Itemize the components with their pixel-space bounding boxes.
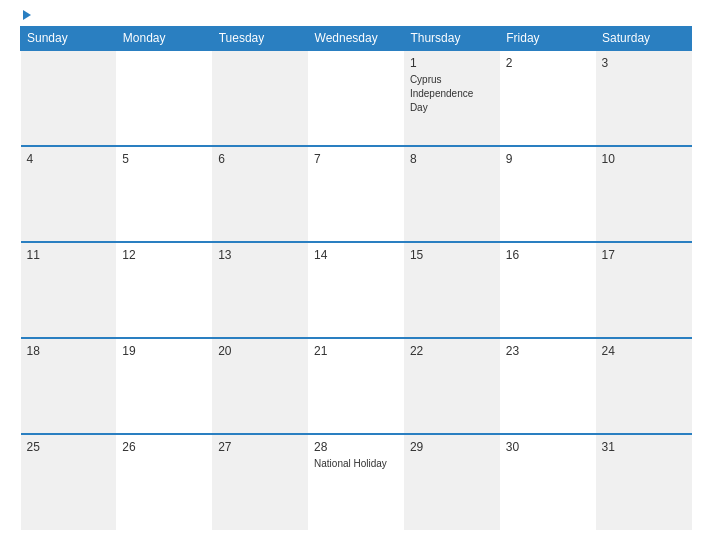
calendar-cell: 16 (500, 242, 596, 338)
day-number: 3 (602, 56, 686, 70)
calendar-cell: 25 (21, 434, 117, 530)
day-number: 11 (27, 248, 111, 262)
calendar-cell: 20 (212, 338, 308, 434)
calendar-cell: 8 (404, 146, 500, 242)
calendar-cell: 3 (596, 50, 692, 146)
day-number: 19 (122, 344, 206, 358)
day-number: 24 (602, 344, 686, 358)
weekday-header-friday: Friday (500, 27, 596, 51)
calendar-cell: 28National Holiday (308, 434, 404, 530)
calendar-cell: 13 (212, 242, 308, 338)
weekday-header-wednesday: Wednesday (308, 27, 404, 51)
day-number: 29 (410, 440, 494, 454)
day-number: 7 (314, 152, 398, 166)
day-number: 4 (27, 152, 111, 166)
calendar-cell: 12 (116, 242, 212, 338)
day-number: 8 (410, 152, 494, 166)
calendar-cell: 11 (21, 242, 117, 338)
calendar-cell: 31 (596, 434, 692, 530)
holiday-name: National Holiday (314, 458, 387, 469)
logo (20, 10, 31, 20)
day-number: 18 (27, 344, 111, 358)
calendar-cell (308, 50, 404, 146)
day-number: 1 (410, 56, 494, 70)
calendar-cell: 30 (500, 434, 596, 530)
calendar-cell: 2 (500, 50, 596, 146)
calendar-cell: 10 (596, 146, 692, 242)
calendar-cell: 15 (404, 242, 500, 338)
day-number: 23 (506, 344, 590, 358)
day-number: 2 (506, 56, 590, 70)
day-number: 9 (506, 152, 590, 166)
day-number: 21 (314, 344, 398, 358)
week-row-5: 25262728National Holiday293031 (21, 434, 692, 530)
logo-blue-text (20, 10, 31, 20)
week-row-3: 11121314151617 (21, 242, 692, 338)
holiday-name: Cyprus Independence Day (410, 74, 473, 113)
day-number: 27 (218, 440, 302, 454)
day-number: 15 (410, 248, 494, 262)
weekday-header-saturday: Saturday (596, 27, 692, 51)
calendar-cell: 7 (308, 146, 404, 242)
day-number: 20 (218, 344, 302, 358)
day-number: 5 (122, 152, 206, 166)
calendar-cell: 27 (212, 434, 308, 530)
day-number: 13 (218, 248, 302, 262)
week-row-2: 45678910 (21, 146, 692, 242)
weekday-header-tuesday: Tuesday (212, 27, 308, 51)
calendar-cell: 17 (596, 242, 692, 338)
day-number: 22 (410, 344, 494, 358)
week-row-1: 1Cyprus Independence Day23 (21, 50, 692, 146)
calendar-cell: 6 (212, 146, 308, 242)
calendar-cell: 9 (500, 146, 596, 242)
day-number: 14 (314, 248, 398, 262)
calendar-cell (116, 50, 212, 146)
logo-triangle-icon (23, 10, 31, 20)
calendar-header (20, 10, 692, 20)
calendar-cell (212, 50, 308, 146)
weekday-header-row: SundayMondayTuesdayWednesdayThursdayFrid… (21, 27, 692, 51)
weekday-header-monday: Monday (116, 27, 212, 51)
day-number: 31 (602, 440, 686, 454)
calendar-cell: 22 (404, 338, 500, 434)
day-number: 30 (506, 440, 590, 454)
calendar-cell: 1Cyprus Independence Day (404, 50, 500, 146)
calendar-cell: 19 (116, 338, 212, 434)
calendar-cell: 5 (116, 146, 212, 242)
calendar-cell: 21 (308, 338, 404, 434)
calendar-cell: 14 (308, 242, 404, 338)
day-number: 10 (602, 152, 686, 166)
calendar-cell (21, 50, 117, 146)
day-number: 25 (27, 440, 111, 454)
weekday-header-thursday: Thursday (404, 27, 500, 51)
calendar-cell: 29 (404, 434, 500, 530)
day-number: 26 (122, 440, 206, 454)
calendar-cell: 18 (21, 338, 117, 434)
day-number: 17 (602, 248, 686, 262)
calendar-cell: 26 (116, 434, 212, 530)
calendar-table: SundayMondayTuesdayWednesdayThursdayFrid… (20, 26, 692, 530)
weekday-header-sunday: Sunday (21, 27, 117, 51)
calendar-cell: 4 (21, 146, 117, 242)
day-number: 12 (122, 248, 206, 262)
week-row-4: 18192021222324 (21, 338, 692, 434)
day-number: 6 (218, 152, 302, 166)
calendar-cell: 24 (596, 338, 692, 434)
day-number: 28 (314, 440, 398, 454)
day-number: 16 (506, 248, 590, 262)
calendar-cell: 23 (500, 338, 596, 434)
